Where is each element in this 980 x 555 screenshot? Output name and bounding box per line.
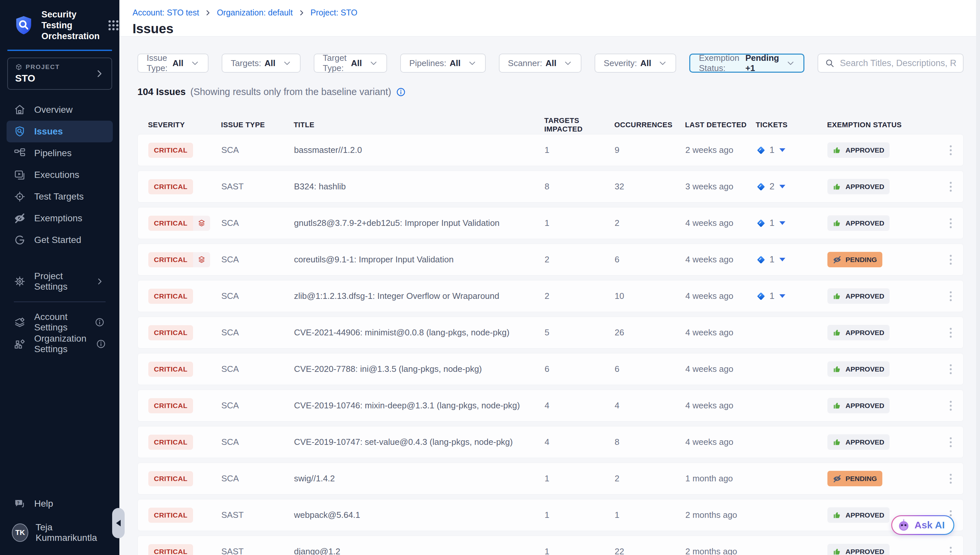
- search-box: [818, 54, 964, 73]
- row-menu-kebab-icon[interactable]: [944, 288, 957, 305]
- issue-title[interactable]: swig//1.4.2: [294, 473, 545, 484]
- filter-dropdown-scanner[interactable]: Scanner:All: [499, 54, 581, 73]
- table-row[interactable]: CRITICAL SCAswig//1.4.2121 month ago PEN…: [138, 463, 964, 494]
- chevron-down-icon: [283, 59, 291, 67]
- issue-type-cell: SCA: [221, 401, 294, 411]
- table-row[interactable]: CRITICAL SCAgnutls28@3.7.9-2+deb12u5: Im…: [138, 207, 964, 239]
- row-menu-kebab-icon[interactable]: [944, 543, 957, 555]
- issue-title[interactable]: bassmaster//1.2.0: [294, 145, 545, 155]
- thumbs-up-icon: [832, 401, 842, 410]
- table-row[interactable]: CRITICAL SASTdjango@1.21222 months ago A…: [138, 536, 964, 555]
- breadcrumb-separator-icon: [298, 9, 305, 16]
- breadcrumb-link[interactable]: Organization: default: [217, 8, 293, 18]
- ticket-dropdown[interactable]: 2: [756, 181, 828, 192]
- info-icon[interactable]: [95, 338, 107, 350]
- row-menu-kebab-icon[interactable]: [944, 434, 957, 451]
- breadcrumb-link[interactable]: Project: STO: [310, 8, 358, 18]
- exemption-cell: PENDING: [828, 471, 944, 486]
- info-icon[interactable]: [94, 316, 106, 328]
- thumbs-up-icon: [832, 292, 842, 300]
- issue-title[interactable]: CVE-2020-7788: ini@1.3.5 (lang-pkgs, nod…: [294, 364, 545, 374]
- table-row[interactable]: CRITICAL SASTB324: hashlib8323 weeks ago…: [138, 171, 964, 202]
- jira-icon: [756, 182, 766, 192]
- ask-ai-button[interactable]: Ask AI: [891, 515, 954, 535]
- last-detected-cell: 1 month ago: [685, 473, 756, 484]
- sidebar-item-test-targets[interactable]: Test Targets: [6, 186, 113, 207]
- sidebar-item-issues[interactable]: Issues: [6, 121, 113, 142]
- scrollbar-track[interactable]: [976, 0, 980, 555]
- table-row[interactable]: CRITICAL SCACVE-2019-10747: set-value@0.…: [138, 426, 964, 458]
- exemption-cell: APPROVED: [828, 325, 944, 340]
- filter-dropdown-severity[interactable]: Severity:All: [595, 54, 676, 73]
- ticket-count: 1: [770, 291, 775, 301]
- table-row[interactable]: CRITICAL SCACVE-2020-7788: ini@1.3.5 (la…: [138, 353, 964, 385]
- table-row[interactable]: CRITICAL SASTwebpack@5.64.1112 months ag…: [138, 499, 964, 531]
- sidebar-item-project-settings[interactable]: Project Settings: [6, 271, 113, 292]
- severity-badge: CRITICAL: [148, 435, 193, 450]
- issues-count-note: (Showing results only from the baseline …: [191, 87, 391, 97]
- last-detected-cell: 2 weeks ago: [685, 145, 756, 155]
- ticket-dropdown[interactable]: 1: [756, 291, 828, 301]
- sidebar-item-get-started[interactable]: Get Started: [6, 229, 113, 251]
- table-row[interactable]: CRITICAL SCAzlib@1:1.2.13.dfsg-1: Intege…: [138, 280, 964, 312]
- sidebar-item-help[interactable]: ? Help: [0, 494, 119, 513]
- sidebar-item-executions[interactable]: Executions: [6, 164, 113, 186]
- thumbs-up-icon: [832, 182, 842, 191]
- ticket-dropdown[interactable]: 1: [756, 255, 828, 265]
- filter-dropdown-exemption-status[interactable]: Exemption Status:Pending +1: [689, 54, 804, 73]
- jira-icon: [756, 291, 766, 301]
- row-menu-kebab-icon[interactable]: [944, 324, 957, 341]
- filter-dropdown-pipelines[interactable]: Pipelines:All: [400, 54, 486, 73]
- user-menu[interactable]: TK Teja Kummarikuntla: [0, 513, 119, 555]
- exemption-status-label: APPROVED: [845, 438, 884, 446]
- user-name: Teja Kummarikuntla: [35, 522, 107, 543]
- ticket-count: 1: [770, 145, 775, 155]
- sidebar-item-exemptions[interactable]: Exemptions: [6, 207, 113, 229]
- ticket-dropdown[interactable]: 1: [756, 218, 828, 228]
- sidebar-item-organization-settings[interactable]: Organization Settings: [6, 333, 113, 355]
- row-menu-kebab-icon[interactable]: [944, 142, 957, 159]
- row-menu-kebab-icon[interactable]: [944, 251, 957, 268]
- issue-title[interactable]: gnutls28@3.7.9-2+deb12u5: Improper Input…: [294, 218, 545, 228]
- sidebar-item-overview[interactable]: Overview: [6, 99, 113, 121]
- severity-cell: CRITICAL: [148, 471, 221, 486]
- info-icon[interactable]: [396, 87, 406, 97]
- row-menu-kebab-icon[interactable]: [944, 215, 957, 232]
- filter-dropdown-targets[interactable]: Targets:All: [221, 54, 301, 73]
- table-row[interactable]: CRITICAL SCACVE-2019-10746: mixin-deep@1…: [138, 390, 964, 422]
- issue-title[interactable]: django@1.2: [294, 547, 545, 555]
- issue-title[interactable]: zlib@1:1.2.13.dfsg-1: Integer Overflow o…: [294, 291, 545, 301]
- search-input[interactable]: [840, 58, 956, 68]
- row-menu-kebab-icon[interactable]: [944, 361, 957, 378]
- table-row[interactable]: CRITICAL SCAcoreutils@9.1-1: Improper In…: [138, 244, 964, 276]
- layers-icon: [197, 255, 206, 264]
- sidebar-collapse-handle[interactable]: [112, 508, 125, 538]
- issue-title[interactable]: B324: hashlib: [294, 181, 545, 192]
- issue-title[interactable]: CVE-2021-44906: minimist@0.0.8 (lang-pkg…: [294, 327, 545, 338]
- last-detected-cell: 4 weeks ago: [685, 437, 756, 447]
- filter-dropdown-target-type[interactable]: Target Type:All: [314, 54, 387, 73]
- row-menu-kebab-icon[interactable]: [944, 470, 957, 487]
- sidebar-item-account-settings[interactable]: Account Settings: [6, 311, 113, 333]
- severity-badge: CRITICAL: [148, 325, 193, 340]
- issue-title[interactable]: CVE-2019-10747: set-value@0.4.3 (lang-pk…: [294, 437, 545, 447]
- issue-title[interactable]: webpack@5.64.1: [294, 510, 545, 520]
- project-selector[interactable]: PROJECT STO: [7, 58, 112, 90]
- targets-impacted-cell: 5: [545, 327, 614, 338]
- table-row[interactable]: CRITICAL SCAbassmaster//1.2.0192 weeks a…: [138, 134, 964, 166]
- issue-title[interactable]: coreutils@9.1-1: Improper Input Validati…: [294, 255, 545, 265]
- sidebar-item-pipelines[interactable]: Pipelines: [6, 142, 113, 164]
- chevron-down-icon: [191, 59, 199, 67]
- module-grid-icon[interactable]: [107, 19, 120, 32]
- row-menu-kebab-icon[interactable]: [944, 178, 957, 195]
- breadcrumb-link[interactable]: Account: STO test: [133, 8, 199, 18]
- severity-badge: CRITICAL: [148, 508, 193, 523]
- row-menu-kebab-icon[interactable]: [944, 397, 957, 414]
- project-label: PROJECT: [26, 63, 60, 71]
- table-row[interactable]: CRITICAL SCACVE-2021-44906: minimist@0.0…: [138, 317, 964, 348]
- issues-table: SEVERITYISSUE TYPETITLETARGETS IMPACTEDO…: [138, 116, 964, 555]
- filter-dropdown-issue-type[interactable]: Issue Type:All: [138, 54, 209, 73]
- ticket-dropdown[interactable]: 1: [756, 145, 828, 155]
- issue-title[interactable]: CVE-2019-10746: mixin-deep@1.3.1 (lang-p…: [294, 401, 545, 411]
- filter-value: Pending +1: [745, 53, 779, 73]
